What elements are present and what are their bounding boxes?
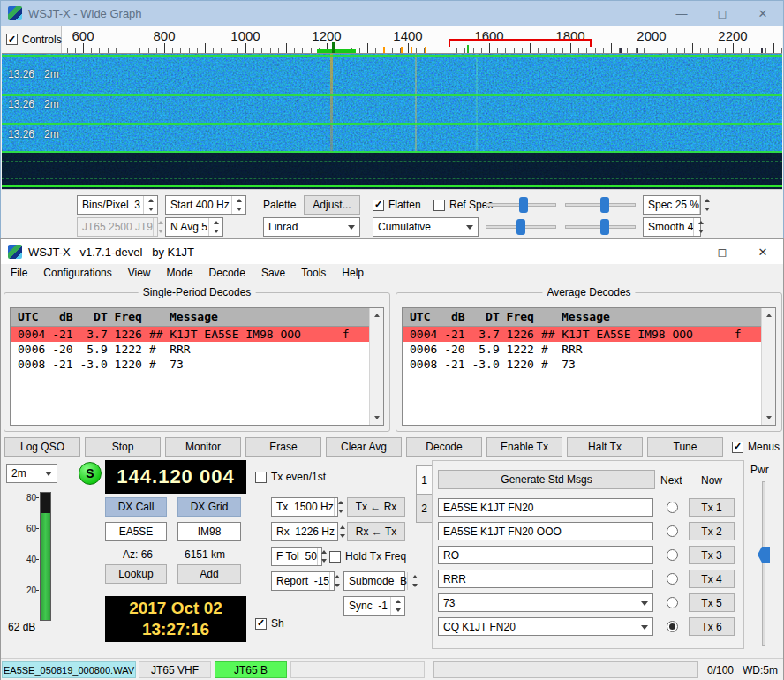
spinner-arrows[interactable] [231, 196, 245, 214]
zero2-slider[interactable] [565, 218, 636, 236]
menu-file[interactable]: File [3, 264, 35, 283]
spin-up-icon[interactable] [209, 218, 222, 227]
decode-row[interactable]: 0008 -21 -3.0 1220 # 73 [403, 357, 762, 372]
menu-help[interactable]: Help [334, 264, 372, 283]
stop-button[interactable]: Stop [85, 437, 161, 457]
spin-up-icon[interactable] [144, 196, 157, 205]
gain2-slider[interactable] [486, 218, 556, 236]
spec-percent-spinner[interactable]: Spec 25 % [643, 195, 701, 215]
spin-down-icon[interactable] [232, 205, 245, 214]
frequency-ruler[interactable]: Controls 600 800 1000 1200 1400 1600 180… [2, 26, 782, 54]
dx-call-field[interactable]: EA5SE [105, 522, 167, 541]
tx3-message-field[interactable]: RO [438, 546, 653, 564]
tx5-now-button[interactable]: Tx 5 [689, 593, 735, 612]
menu-view[interactable]: View [120, 264, 159, 283]
tx1-now-button[interactable]: Tx 1 [689, 498, 735, 517]
slider-handle[interactable] [516, 219, 525, 235]
decode-row[interactable]: 0006 -20 5.9 1222 # RRR [11, 342, 370, 357]
tune-button[interactable]: Tune [647, 437, 723, 457]
tx1-next-radio[interactable] [667, 502, 678, 513]
ref-spec-checkbox[interactable]: Ref Spec [433, 199, 493, 211]
spin-down-icon[interactable] [330, 581, 343, 590]
tab-1[interactable]: 1 [416, 465, 433, 495]
rx-from-tx-button[interactable]: Rx ← Tx [347, 522, 405, 541]
report-spinner[interactable]: Report -15 [271, 571, 335, 591]
spin-down-icon[interactable] [335, 507, 348, 516]
spin-down-icon[interactable] [408, 581, 421, 590]
dx-grid-field[interactable]: IM98 [177, 522, 241, 541]
tx-even-checkbox[interactable]: Tx even/1st [255, 471, 326, 483]
decode-row[interactable]: 0004 -21 3.7 1226 ## K1JT EA5SE IM98 OOO… [11, 327, 370, 342]
minimize-icon[interactable]: — [661, 239, 702, 264]
tx3-now-button[interactable]: Tx 3 [689, 546, 735, 564]
scroll-down-icon[interactable] [762, 412, 775, 424]
decode-row[interactable]: 0008 -21 -3.0 1220 # 73 [11, 357, 370, 372]
scrollbar[interactable] [761, 308, 775, 425]
menu-mode[interactable]: Mode [159, 264, 201, 283]
spin-up-icon[interactable] [694, 218, 707, 227]
spin-up-icon[interactable] [335, 498, 348, 507]
tx5-message-combo[interactable]: 73 [438, 593, 653, 612]
scroll-up-icon[interactable] [370, 309, 383, 321]
smooth-spinner[interactable]: Smooth 4 [643, 217, 701, 237]
tx1-message-field[interactable]: EA5SE K1JT FN20 [438, 498, 653, 517]
tx3-next-radio[interactable] [667, 549, 678, 561]
spinner-arrows[interactable] [693, 218, 707, 236]
spinner-arrows[interactable] [208, 218, 222, 236]
dx-call-button[interactable]: DX Call [105, 497, 167, 517]
spinner-arrows[interactable] [699, 196, 713, 214]
tx-freq-spinner[interactable]: Tx 1500 Hz [271, 497, 338, 517]
pwr-slider[interactable] [757, 481, 771, 646]
dx-grid-button[interactable]: DX Grid [177, 497, 241, 517]
slider-handle[interactable] [758, 547, 770, 563]
spin-up-icon[interactable] [700, 196, 713, 205]
log-qso-button[interactable]: Log QSO [4, 437, 80, 457]
spin-down-icon[interactable] [694, 227, 707, 236]
band-combo[interactable]: 2m [6, 464, 57, 483]
spinner-arrows[interactable] [334, 498, 348, 516]
spinner-arrows[interactable] [329, 572, 343, 590]
n-avg-spinner[interactable]: N Avg 5 [165, 217, 223, 237]
clear-avg-button[interactable]: Clear Avg [326, 437, 402, 457]
close-icon[interactable]: ✕ [743, 1, 783, 26]
halt-tx-button[interactable]: Halt Tx [567, 437, 643, 457]
tx2-next-radio[interactable] [667, 525, 678, 537]
tx2-now-button[interactable]: Tx 2 [689, 522, 735, 540]
tx-from-rx-button[interactable]: Tx ← Rx [347, 497, 405, 517]
hold-tx-freq-checkbox[interactable]: Hold Tx Freq [329, 550, 406, 563]
tx6-message-combo[interactable]: CQ K1JT FN20 [438, 617, 653, 636]
slider-handle[interactable] [600, 197, 609, 213]
controls-checkbox[interactable]: Controls [6, 34, 62, 46]
controls-toggle[interactable]: Controls [2, 26, 62, 53]
scroll-down-icon[interactable] [370, 412, 383, 424]
submode-spinner[interactable]: Submode B [343, 571, 405, 591]
gain-slider[interactable] [486, 196, 556, 214]
spinner-arrows[interactable] [390, 597, 404, 615]
decode-row[interactable]: 0004 -21 3.7 1226 ## K1JT EA5SE IM98 OOO… [403, 327, 762, 342]
waterfall-display[interactable]: 13:26 2m 13:26 2m 13:26 2m [2, 54, 782, 189]
tx4-next-radio[interactable] [667, 573, 678, 585]
spin-down-icon[interactable] [391, 606, 404, 615]
add-button[interactable]: Add [177, 564, 241, 584]
erase-button[interactable]: Erase [245, 437, 321, 457]
zero-slider[interactable] [565, 196, 636, 214]
minimize-icon[interactable]: — [661, 1, 702, 26]
enable-tx-button[interactable]: Enable Tx [486, 437, 562, 457]
menu-save[interactable]: Save [253, 264, 293, 283]
lookup-button[interactable]: Lookup [105, 564, 167, 584]
close-icon[interactable]: ✕ [743, 239, 783, 264]
bins-pixel-spinner[interactable]: Bins/Pixel 3 [77, 195, 158, 215]
tx6-next-radio[interactable] [667, 621, 678, 632]
maximize-icon[interactable]: ◻ [702, 1, 743, 26]
slider-handle[interactable] [600, 219, 609, 235]
spin-down-icon[interactable] [209, 227, 222, 236]
menu-decode[interactable]: Decode [201, 264, 253, 283]
tx4-now-button[interactable]: Tx 4 [689, 570, 735, 588]
decode-button[interactable]: Decode [406, 437, 482, 457]
spin-down-icon[interactable] [700, 205, 713, 214]
spectrum-mode-combo[interactable]: Cumulative [373, 217, 479, 237]
tab-2[interactable]: 2 [416, 494, 433, 523]
monitor-button[interactable]: Monitor [165, 437, 241, 457]
sync-spinner[interactable]: Sync -1 [343, 596, 405, 616]
flatten-checkbox[interactable]: Flatten [373, 199, 421, 211]
